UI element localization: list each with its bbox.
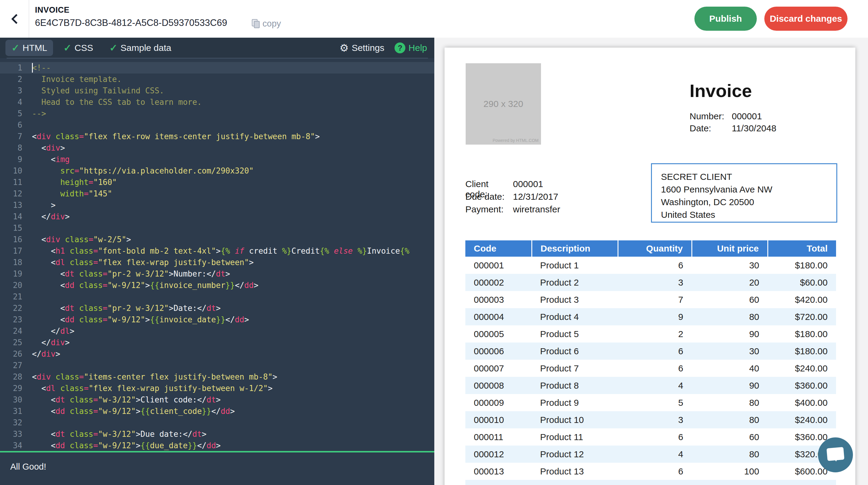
code-line-32[interactable]: 32 [0, 417, 434, 428]
tab-css[interactable]: ✓CSS [57, 40, 99, 56]
copy-button[interactable]: copy [252, 19, 281, 29]
code-line-14[interactable]: 14 </div> [0, 211, 434, 222]
code-line-11[interactable]: 11 height="160" [0, 176, 434, 188]
line-number: 6 [0, 119, 22, 131]
table-row: 000004Product 4980$720.00 [465, 308, 836, 325]
code-line-6[interactable]: 6 [0, 119, 434, 131]
table-cell: $240.00 [768, 411, 836, 428]
code-editor-panel: ✓HTML✓CSS✓Sample data ⚙ Settings ? Help … [0, 38, 434, 485]
code-line-21[interactable]: 21 [0, 291, 434, 302]
code-line-3[interactable]: 3 Styled using Tailwind CSS. [0, 85, 434, 96]
code-line-22[interactable]: 22 <dt class="pr-2 w-3/12">Date:</dt> [0, 302, 434, 314]
code-line-8[interactable]: 8 <div> [0, 142, 434, 154]
client-label: Due date: [465, 192, 513, 202]
table-cell: Product 5 [532, 325, 618, 343]
line-number: 29 [0, 383, 22, 394]
code-text: width="145" [32, 189, 112, 198]
code-line-10[interactable]: 10 src="https://via.placeholder.com/290x… [0, 165, 434, 176]
code-line-27[interactable]: 27 [0, 360, 434, 371]
table-cell: 6 [618, 463, 692, 480]
invoice-title: Invoice [689, 81, 840, 101]
table-row: 000012Product 12480$320.00 [465, 446, 836, 463]
discard-changes-button[interactable]: Discard changes [764, 7, 847, 31]
table-header-description: Description [532, 240, 618, 257]
table-header-row: CodeDescriptionQuantityUnit priceTotal [465, 240, 836, 257]
code-line-30[interactable]: 30 <dt class="w-3/12">Client code:</dt> [0, 394, 434, 406]
table-cell: 000004 [465, 308, 532, 325]
line-number: 26 [0, 348, 22, 360]
code-area[interactable]: 1<!--2 Invoice template.3 Styled using T… [0, 62, 434, 451]
tab-html[interactable]: ✓HTML [5, 40, 53, 56]
code-line-20[interactable]: 20 <dd class="w-9/12">{{invoice_number}}… [0, 280, 434, 291]
code-line-12[interactable]: 12 width="145" [0, 188, 434, 199]
settings-button[interactable]: ⚙ Settings [339, 43, 384, 53]
code-line-17[interactable]: 17 <h1 class="font-bold mb-2 text-4xl">{… [0, 245, 434, 257]
client-value: wiretransfer [513, 204, 560, 215]
help-button[interactable]: ? Help [395, 42, 427, 53]
code-text: </div> [32, 338, 70, 347]
table-row: 000008Product 8490$360.00 [465, 377, 836, 394]
tab-sample-data[interactable]: ✓Sample data [103, 40, 177, 56]
code-line-18[interactable]: 18 <dl class="flex flex-wrap justify-bet… [0, 257, 434, 268]
code-line-33[interactable]: 33 <dt class="w-3/12">Due date:</dt> [0, 428, 434, 440]
code-line-34[interactable]: 34 <dd class="w-9/12">{{due_date}}</dd> [0, 440, 434, 451]
line-number: 20 [0, 280, 22, 291]
code-line-24[interactable]: 24 </dl> [0, 325, 434, 337]
code-line-1[interactable]: 1<!-- [0, 62, 434, 73]
table-cell: 000010 [465, 411, 532, 428]
table-cell: 80 [692, 308, 768, 325]
back-button[interactable] [8, 10, 25, 27]
code-text: <dt class="pr-2 w-3/12">Number:</dt> [32, 269, 230, 278]
code-line-28[interactable]: 28<div class="items-center flex justify-… [0, 371, 434, 383]
code-line-31[interactable]: 31 <dd class="w-9/12">{{client_code}}</d… [0, 406, 434, 417]
table-header-quantity: Quantity [618, 240, 692, 257]
table-cell: $180.00 [768, 325, 836, 343]
table-cell: Product 8 [532, 377, 618, 394]
code-line-7[interactable]: 7<div class="flex flex-row items-center … [0, 131, 434, 142]
table-cell: $160.00 [768, 480, 836, 485]
table-cell: 40 [692, 480, 768, 485]
code-text: --> [32, 109, 46, 118]
table-cell: Product 7 [532, 360, 618, 377]
code-line-16[interactable]: 16 <div class="w-2/5"> [0, 234, 434, 245]
code-line-13[interactable]: 13 > [0, 199, 434, 211]
chat-fab-button[interactable] [818, 438, 853, 472]
code-line-26[interactable]: 26</div> [0, 348, 434, 360]
placeholder-size-label: 290 x 320 [466, 63, 541, 144]
table-cell: 6 [618, 343, 692, 360]
editor-tabbar-right: ⚙ Settings ? Help [339, 38, 427, 58]
code-line-29[interactable]: 29 <dl class="flex flex-wrap justify-bet… [0, 383, 434, 394]
header-divider [29, 0, 29, 38]
invoice-meta: Number:000001Date:11/30/2048 [689, 110, 840, 134]
address-line: SECRET CLIENT [661, 170, 836, 183]
table-row: 000006Product 6630$180.00 [465, 343, 836, 360]
top-bar: INVOICE 6E4C7B7D-8C3B-4812-A5C8-D5937053… [0, 0, 868, 38]
code-line-4[interactable]: 4 Head to the CSS tab to learn more. [0, 96, 434, 108]
code-line-9[interactable]: 9 <img [0, 154, 434, 165]
text-cursor [32, 63, 33, 73]
line-number: 5 [0, 108, 22, 119]
table-cell: 000001 [465, 257, 532, 274]
code-line-25[interactable]: 25 </div> [0, 337, 434, 348]
code-line-23[interactable]: 23 <dd class="w-9/12">{{invoice_date}}</… [0, 314, 434, 325]
code-line-2[interactable]: 2 Invoice template. [0, 73, 434, 85]
code-line-19[interactable]: 19 <dt class="pr-2 w-3/12">Number:</dt> [0, 268, 434, 280]
line-number: 14 [0, 211, 22, 222]
table-cell: 90 [692, 325, 768, 343]
table-cell: Product 2 [532, 274, 618, 291]
publish-button[interactable]: Publish [694, 7, 757, 31]
table-cell: 000007 [465, 360, 532, 377]
meta-value: 000001 [732, 111, 762, 121]
code-text: <dt class="w-3/12">Due date:</dt> [32, 429, 207, 439]
line-number: 9 [0, 154, 22, 165]
code-text: <dd class="w-9/12">{{due_date}}</dd> [32, 441, 221, 450]
code-line-5[interactable]: 5--> [0, 108, 434, 119]
code-line-15[interactable]: 15 [0, 222, 434, 234]
line-number: 15 [0, 222, 22, 234]
lint-status-message: All Good! [10, 462, 46, 472]
status-divider [0, 451, 434, 452]
code-text: <div class="w-2/5"> [32, 235, 131, 244]
line-number: 2 [0, 73, 22, 85]
table-cell: 6 [618, 428, 692, 446]
table-cell: 000002 [465, 274, 532, 291]
